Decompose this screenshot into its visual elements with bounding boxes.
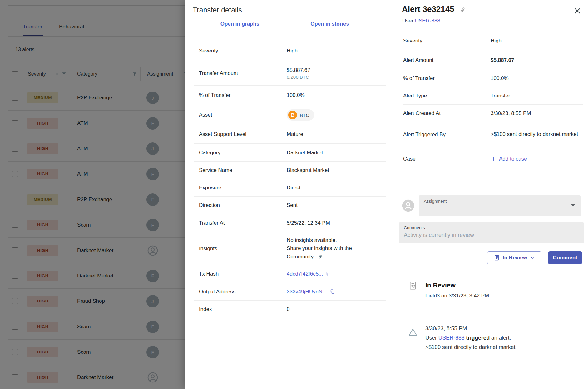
detail-value: 0 <box>287 306 289 312</box>
copy-icon[interactable] <box>326 271 331 277</box>
detail-row-severity: Severity High <box>194 41 386 61</box>
detail-label: Insights <box>199 246 287 252</box>
asset-chip[interactable]: ₿ BTC <box>287 109 314 121</box>
detail-label: % of Transfer <box>199 92 287 98</box>
detail-value: 5/25/22, 12:34 PM <box>287 220 330 226</box>
transfer-details-panel: Transfer details Open in graphs Open in … <box>185 0 393 389</box>
comments-textarea[interactable]: Comments Activity is currently in review <box>399 222 584 243</box>
chevron-down-icon <box>530 255 535 260</box>
event-text: User <box>425 335 438 341</box>
alert-row-label: Case <box>403 156 491 162</box>
alert-row-amount: Alert Amount $5,887.67 <box>403 51 583 69</box>
assignee-avatar-icon <box>402 199 415 212</box>
detail-row-tx-hash: Tx Hash 4dcd7f42f6c5... <box>194 265 386 283</box>
comments-label: Comments <box>404 225 425 230</box>
detail-row-exposure: Exposure Direct <box>194 179 386 197</box>
detail-row-asset: Asset ₿ BTC <box>194 105 386 125</box>
detail-label: Index <box>199 306 287 312</box>
detail-row-direction: Direction Sent <box>194 197 386 214</box>
plus-icon <box>491 156 496 162</box>
detail-row-index: Index 0 <box>194 301 386 318</box>
warning-icon <box>408 327 418 337</box>
chevron-down-icon <box>571 204 575 207</box>
detail-row-insights: Insights No insights available. Share yo… <box>194 232 386 265</box>
user-link[interactable]: USER-888 <box>438 335 465 341</box>
close-icon[interactable] <box>573 7 581 15</box>
output-address-link[interactable]: 333v49jHUynN... <box>287 289 327 295</box>
detail-value: Darknet Market <box>287 150 323 156</box>
event-text: an alert: <box>490 335 511 341</box>
alert-row-case: Case Add to case <box>403 147 583 171</box>
alert-row-value: 3/30/23, 8:55 PM <box>491 110 531 117</box>
timeline-event: 3/30/23, 8:55 PM User USER-888 triggered… <box>425 324 515 352</box>
btc-icon: ₿ <box>288 111 297 119</box>
user-link[interactable]: USER-888 <box>415 18 440 24</box>
alert-title: Alert 3e32145 <box>402 4 454 14</box>
review-status-icon <box>408 281 418 290</box>
transfer-details-title: Transfer details <box>193 6 242 14</box>
asset-chip-label: BTC <box>300 112 309 118</box>
alert-row-value: >$100 sent directly to darknet market <box>491 131 583 138</box>
link-icon[interactable] <box>459 6 466 13</box>
detail-label: Output Address <box>199 289 287 295</box>
detail-label: Transfer Amount <box>199 70 287 77</box>
insights-line: Community: <box>287 254 315 260</box>
alert-row-value: $5,887.67 <box>491 57 514 63</box>
alert-panel: Alert 3e32145 User USER-888 Severity Hig… <box>393 0 588 389</box>
modal-scrim[interactable] <box>0 0 185 389</box>
alert-row-value: 100.0% <box>491 75 509 82</box>
event-text-bold: triggered <box>464 335 490 341</box>
alert-row-label: Alert Type <box>403 93 491 99</box>
event-detail: >$100 sent directly to darknet market <box>425 342 515 352</box>
detail-label: Service Name <box>199 167 287 173</box>
alert-row-label: Severity <box>403 38 491 44</box>
detail-label: Asset <box>199 112 287 118</box>
alert-row-created-at: Alert Created At 3/30/23, 8:55 PM <box>403 105 583 122</box>
detail-row-transfer-at: Transfer At 5/25/22, 12:34 PM <box>194 214 386 232</box>
status-dropdown-button[interactable]: In Review <box>487 251 541 264</box>
timeline-status-title: In Review <box>425 282 456 289</box>
community-link-icon[interactable] <box>317 254 323 260</box>
detail-value: Sent <box>287 202 298 208</box>
alert-row-value: Transfer <box>491 93 510 99</box>
detail-label: Tx Hash <box>199 271 287 277</box>
detail-value: $5,887.67 <box>287 67 310 73</box>
detail-row-pct-of-transfer: % of Transfer 100.0% <box>194 86 386 105</box>
alert-row-label: Alert Triggered By <box>403 132 491 138</box>
tx-hash-link[interactable]: 4dcd7f42f6c5... <box>287 271 323 277</box>
add-to-case-button[interactable]: Add to case <box>491 156 527 162</box>
timeline-status-subtitle: Field3 on 3/31/23, 3:42 PM <box>425 293 489 299</box>
insights-line: Share your insights with the <box>287 244 352 252</box>
detail-value: 100.0% <box>287 92 305 98</box>
insights-line: No insights available. <box>287 236 352 244</box>
detail-label: Asset Support Level <box>199 131 287 137</box>
detail-row-service-name: Service Name Blacksprut Market <box>194 162 386 179</box>
assignment-select[interactable]: Assignment <box>419 195 581 216</box>
alert-row-label: Alert Amount <box>403 57 491 63</box>
detail-value: Mature <box>287 131 303 137</box>
assignment-select-label: Assignment <box>424 199 447 204</box>
comment-button[interactable]: Comment <box>548 251 582 264</box>
alert-row-label: Alert Created At <box>403 110 491 117</box>
open-in-stories-link[interactable]: Open in stories <box>310 21 349 27</box>
user-label: User <box>402 18 415 24</box>
detail-value: High <box>287 48 298 54</box>
event-time: 3/30/23, 8:55 PM <box>425 324 515 333</box>
review-status-icon <box>494 255 500 261</box>
alert-row-label: % of Transfer <box>403 75 491 82</box>
copy-icon[interactable] <box>330 289 335 294</box>
detail-label: Category <box>199 150 287 156</box>
alert-row-severity: Severity High <box>403 31 583 51</box>
detail-label: Severity <box>199 48 287 54</box>
alert-user: User USER-888 <box>402 18 440 24</box>
alert-row-type: Alert Type Transfer <box>403 87 583 105</box>
status-dropdown-label: In Review <box>503 255 527 261</box>
detail-label: Direction <box>199 202 287 208</box>
add-to-case-label: Add to case <box>499 156 527 162</box>
open-in-graphs-link[interactable]: Open in graphs <box>220 21 259 27</box>
links-divider <box>286 18 286 32</box>
detail-label: Transfer At <box>199 220 287 226</box>
alert-row-triggered-by: Alert Triggered By >$100 sent directly t… <box>403 122 583 147</box>
alert-row-pct: % of Transfer 100.0% <box>403 69 583 87</box>
detail-row-output-address: Output Address 333v49jHUynN... <box>194 283 386 301</box>
